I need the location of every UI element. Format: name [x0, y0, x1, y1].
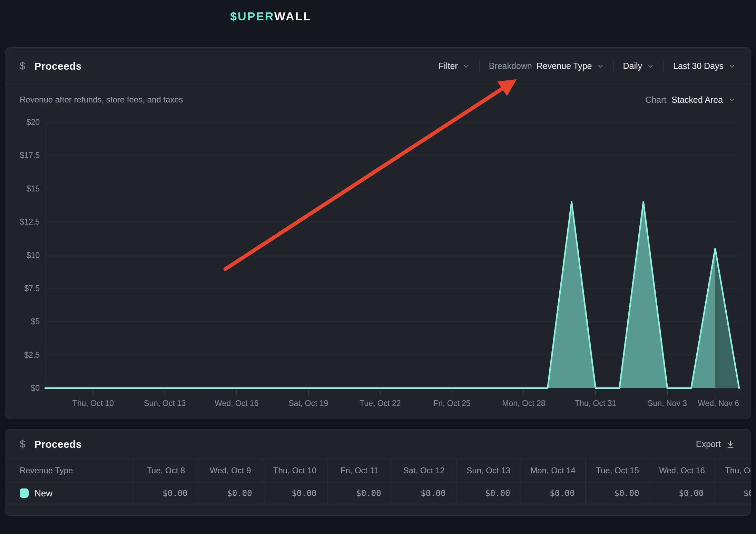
- y-axis-label: $2.5: [24, 350, 40, 359]
- chevron-down-icon: [462, 62, 470, 70]
- y-axis-label: $7.5: [24, 284, 40, 293]
- table-header-row: Revenue TypeTue, Oct 8Wed, Oct 9Thu, Oct…: [5, 459, 751, 482]
- column-header-date: Thu, Oct 17: [714, 459, 751, 482]
- value-cell: $0.00: [392, 482, 456, 505]
- x-axis-label: Mon, Oct 28: [502, 399, 545, 408]
- x-axis-label: Thu, Oct 10: [72, 399, 114, 408]
- x-axis-label: Fri, Oct 25: [433, 399, 470, 408]
- value-cell: $0.00: [456, 482, 521, 505]
- page-title: Proceeds: [34, 60, 81, 72]
- x-axis-label: Wed, Nov 6: [698, 399, 739, 408]
- chevron-down-icon: [597, 62, 604, 70]
- column-header-date: Wed, Oct 16: [650, 459, 714, 482]
- chart-controls: Filter Breakdown Revenue Type Daily Last…: [439, 60, 736, 73]
- column-header-date: Fri, Oct 11: [327, 459, 392, 482]
- controls-divider: [479, 60, 480, 73]
- value-cell: $0.00: [585, 482, 650, 505]
- chart-type-label: Chart: [645, 95, 666, 105]
- filter-dropdown-label: Filter: [439, 61, 458, 71]
- chevron-down-icon: [647, 62, 654, 70]
- download-icon: [726, 440, 735, 449]
- date-range-dropdown[interactable]: Last 30 Days: [673, 61, 736, 71]
- x-axis-label: Sun, Nov 3: [648, 399, 687, 408]
- value-cell: $0.00: [650, 482, 714, 505]
- superwall-logo: $UPERWALL: [230, 10, 312, 23]
- value-cell: $0.00: [327, 482, 392, 505]
- y-axis-label: $12.5: [20, 217, 40, 226]
- breakdown-dropdown-label: Breakdown: [489, 61, 532, 71]
- y-axis-label: $20: [27, 118, 40, 127]
- date-range-dropdown-value: Last 30 Days: [673, 61, 724, 71]
- series-color-swatch: [20, 488, 29, 498]
- chart-card-header: $ Proceeds Filter Breakdown Revenue Type…: [5, 48, 751, 85]
- column-header-date: Thu, Oct 10: [263, 459, 327, 482]
- column-header-date: Tue, Oct 15: [585, 459, 650, 482]
- controls-divider: [613, 60, 614, 73]
- column-header-revenue-type: Revenue Type: [5, 459, 134, 482]
- y-axis-label: $10: [27, 251, 40, 260]
- table-title: Proceeds: [34, 438, 81, 450]
- logo-suffix: WALL: [274, 10, 312, 23]
- export-button[interactable]: Export: [696, 439, 735, 449]
- chart-subtitle: Revenue after refunds, store fees, and t…: [20, 95, 183, 105]
- value-cell: $0.00: [521, 482, 585, 505]
- export-button-label: Export: [696, 439, 721, 449]
- table-card-header: $ Proceeds Export: [5, 429, 751, 459]
- proceeds-table-card: $ Proceeds Export Revenue TypeTue, Oct 8…: [5, 429, 751, 516]
- column-header-date: Tue, Oct 8: [134, 459, 198, 482]
- column-header-date: Sun, Oct 13: [456, 459, 521, 482]
- stacked-area-chart: $0$2.5$5$7.5$10$12.5$15$17.5$20Thu, Oct …: [5, 114, 751, 419]
- column-header-date: Sat, Oct 12: [392, 459, 456, 482]
- chart-type-value: Stacked Area: [671, 95, 723, 105]
- logo-prefix: $UPER: [230, 10, 274, 23]
- area-series-fill: [45, 202, 739, 388]
- y-axis-label: $17.5: [20, 151, 40, 160]
- chevron-down-icon: [728, 62, 736, 70]
- table-card-title-group: $ Proceeds: [20, 438, 82, 450]
- value-cell: $0.00: [263, 482, 327, 505]
- top-bar: $UPERWALL: [0, 0, 756, 47]
- breakdown-dropdown[interactable]: Breakdown Revenue Type: [489, 61, 604, 71]
- value-cell: $0.00: [714, 482, 751, 505]
- x-axis-label: Thu, Oct 31: [575, 399, 616, 408]
- column-header-date: Mon, Oct 14: [521, 459, 585, 482]
- x-axis-label: Sat, Oct 19: [288, 399, 328, 408]
- chart-subheader: Revenue after refunds, store fees, and t…: [5, 85, 751, 115]
- x-axis-label: Tue, Oct 22: [360, 399, 401, 408]
- dollar-icon: $: [20, 438, 25, 450]
- table-row: New$0.00$0.00$0.00$0.00$0.00$0.00$0.00$0…: [5, 482, 751, 505]
- breakdown-dropdown-value: Revenue Type: [537, 61, 592, 71]
- dollar-icon: $: [20, 60, 25, 72]
- proceeds-table: Revenue TypeTue, Oct 8Wed, Oct 9Thu, Oct…: [5, 459, 751, 505]
- x-axis-label: Wed, Oct 16: [215, 399, 258, 408]
- value-cell: $0.00: [198, 482, 263, 505]
- column-header-date: Wed, Oct 9: [198, 459, 263, 482]
- x-axis-label: Sun, Oct 13: [144, 399, 186, 408]
- filter-dropdown[interactable]: Filter: [439, 61, 470, 71]
- value-cell: $0.00: [134, 482, 198, 505]
- interval-dropdown[interactable]: Daily: [623, 61, 655, 71]
- chart-type-dropdown[interactable]: Chart Stacked Area: [645, 95, 736, 105]
- controls-divider: [664, 60, 664, 73]
- proceeds-chart-card: $ Proceeds Filter Breakdown Revenue Type…: [5, 47, 751, 419]
- y-axis-label: $5: [31, 317, 40, 326]
- revenue-type-cell: New: [5, 482, 134, 505]
- chevron-down-icon: [728, 96, 736, 103]
- chart-card-title-group: $ Proceeds: [20, 60, 82, 72]
- y-axis-label: $0: [31, 384, 40, 393]
- interval-dropdown-value: Daily: [623, 61, 642, 71]
- y-axis-label: $15: [27, 184, 40, 193]
